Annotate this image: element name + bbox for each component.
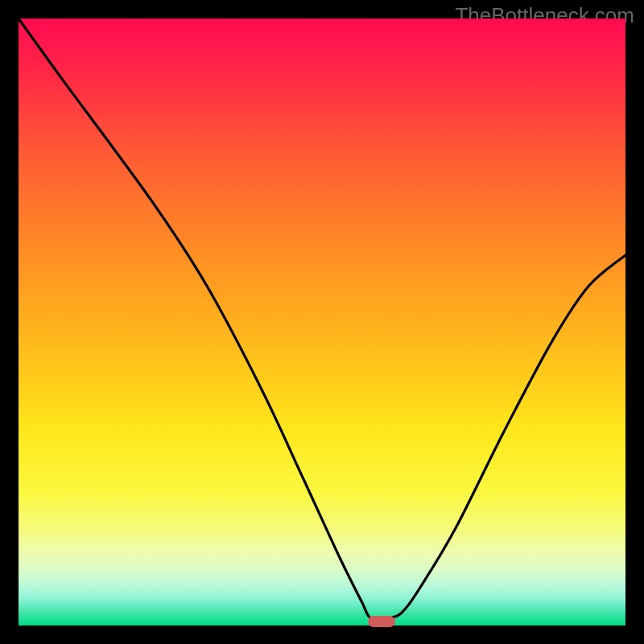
plot-area xyxy=(19,19,625,625)
optimum-marker xyxy=(368,616,395,627)
bottleneck-curve xyxy=(19,19,625,625)
chart-frame: TheBottleneck.com xyxy=(0,0,644,644)
